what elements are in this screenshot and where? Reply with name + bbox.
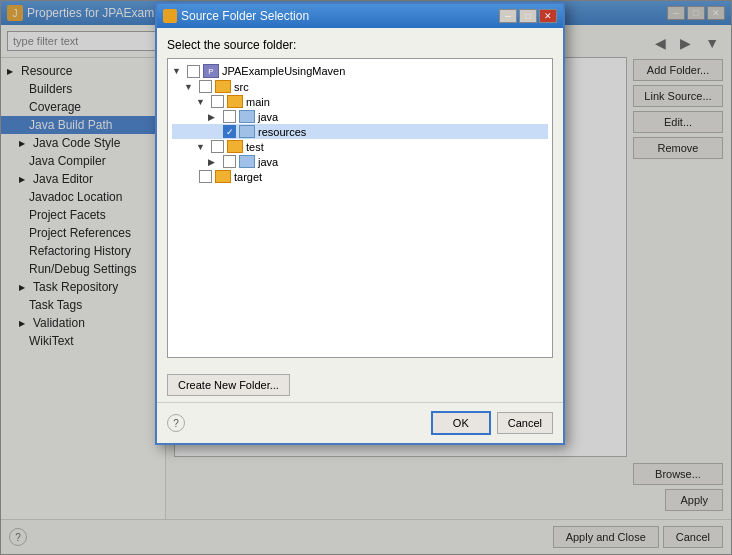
tree-checkbox[interactable] [211, 140, 224, 153]
dialog-help-icon[interactable]: ? [167, 414, 185, 432]
dialog-minimize-button[interactable]: ─ [499, 9, 517, 23]
dialog-maximize-button[interactable]: □ [519, 9, 537, 23]
tree-item-target[interactable]: target [172, 169, 548, 184]
tree-checkbox[interactable] [223, 110, 236, 123]
tree-label: src [234, 81, 249, 93]
tree-expand-icon: ▶ [208, 157, 220, 167]
tree-label: resources [258, 126, 306, 138]
dialog-title: Source Folder Selection [181, 9, 309, 23]
tree-checkbox[interactable] [211, 95, 224, 108]
tree-label: target [234, 171, 262, 183]
tree-checkbox[interactable] [187, 65, 200, 78]
source-folder-dialog: Source Folder Selection ─ □ ✕ Select the… [155, 2, 565, 445]
tree-item-main[interactable]: ▼ main [172, 94, 548, 109]
dialog-close-button[interactable]: ✕ [539, 9, 557, 23]
dialog-footer: ? OK Cancel [157, 402, 563, 443]
src-folder-icon [239, 155, 255, 168]
folder-icon [227, 95, 243, 108]
tree-item-test-java[interactable]: ▶ java [172, 154, 548, 169]
tree-label: java [258, 156, 278, 168]
src-folder-icon [239, 125, 255, 138]
tree-label: test [246, 141, 264, 153]
folder-icon [215, 170, 231, 183]
tree-expand-icon: ▼ [184, 82, 196, 92]
tree-expand-icon: ▼ [196, 142, 208, 152]
folder-icon [215, 80, 231, 93]
project-icon: P [203, 64, 219, 78]
create-folder-button[interactable]: Create New Folder... [167, 374, 290, 396]
tree-item-project[interactable]: ▼ P JPAExampleUsingMaven [172, 63, 548, 79]
tree-checkbox[interactable] [199, 170, 212, 183]
dialog-titlebar: Source Folder Selection ─ □ ✕ [157, 4, 563, 28]
tree-checkbox-checked[interactable]: ✓ [223, 125, 236, 138]
dialog-body: Select the source folder: ▼ P JPAExample… [157, 28, 563, 368]
tree-label: java [258, 111, 278, 123]
dialog-ok-button[interactable]: OK [431, 411, 491, 435]
dialog-prompt: Select the source folder: [167, 38, 553, 52]
src-folder-icon [239, 110, 255, 123]
tree-expand-icon: ▼ [172, 66, 184, 76]
dialog-titlebar-btns: ─ □ ✕ [499, 9, 557, 23]
tree-checkbox[interactable] [223, 155, 236, 168]
tree-expand-icon: ▼ [196, 97, 208, 107]
tree-label: main [246, 96, 270, 108]
dialog-create-row: Create New Folder... [157, 368, 563, 402]
tree-checkbox[interactable] [199, 80, 212, 93]
tree-item-java[interactable]: ▶ java [172, 109, 548, 124]
tree-item-src[interactable]: ▼ src [172, 79, 548, 94]
dialog-overlay: Source Folder Selection ─ □ ✕ Select the… [0, 0, 732, 555]
dialog-title-left: Source Folder Selection [163, 9, 309, 23]
tree-item-test[interactable]: ▼ test [172, 139, 548, 154]
folder-tree[interactable]: ▼ P JPAExampleUsingMaven ▼ src ▼ [167, 58, 553, 358]
tree-expand-icon: ▶ [208, 112, 220, 122]
tree-label: JPAExampleUsingMaven [222, 65, 345, 77]
dialog-cancel-button[interactable]: Cancel [497, 412, 553, 434]
folder-icon [227, 140, 243, 153]
dialog-icon [163, 9, 177, 23]
tree-item-resources[interactable]: ✓ resources [172, 124, 548, 139]
